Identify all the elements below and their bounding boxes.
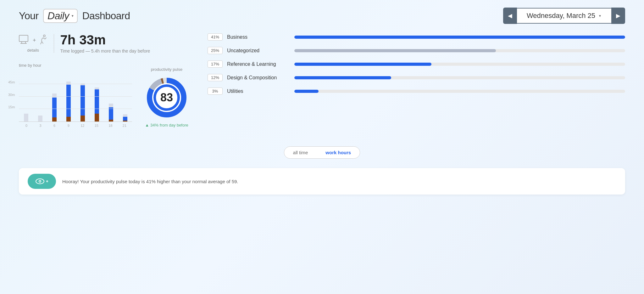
- category-row: 17%Reference & Learning: [208, 60, 625, 68]
- charts-row: time by hour 45m 30m 15m 036912151821: [19, 63, 189, 127]
- bar-blue-segment: [52, 98, 57, 118]
- date-display: Wednesday, March 25 ▼: [517, 8, 611, 24]
- bar-blue-segment: [109, 107, 113, 119]
- category-bar-fill: [294, 36, 625, 39]
- bar-bg-segment: [66, 82, 71, 85]
- main-content: + details 7h 33m Time logged — 5.4h more…: [0, 27, 644, 137]
- dropdown-arrow-icon: ▼: [71, 14, 74, 18]
- total-time: 7h 33m: [60, 33, 150, 47]
- bar-group: [33, 71, 47, 122]
- category-bar-fill: [294, 90, 319, 93]
- bar-gray-segment: [109, 120, 113, 122]
- bar-group: [118, 71, 132, 122]
- category-bar-wrap: [294, 90, 625, 93]
- vertical-divider: [54, 34, 54, 53]
- bar-bg-segment: [24, 114, 28, 122]
- bar-blue-segment: [95, 89, 99, 113]
- bar-gray-segment: [80, 116, 85, 122]
- category-bar-fill: [294, 49, 496, 52]
- category-bar-wrap: [294, 36, 625, 39]
- category-bar-wrap: [294, 63, 625, 66]
- time-subtitle: Time logged — 5.4h more than the day bef…: [60, 48, 150, 54]
- x-axis-label: 0: [21, 124, 31, 127]
- bar-blue-segment: [123, 117, 127, 121]
- left-panel: + details 7h 33m Time logged — 5.4h more…: [19, 33, 189, 127]
- all-time-button[interactable]: all time: [284, 147, 317, 158]
- bar-blue-segment: [80, 85, 85, 115]
- category-name: Reference & Learning: [227, 61, 290, 67]
- category-bar-track: [294, 36, 625, 39]
- badge-dot: [46, 180, 48, 182]
- date-navigation: ◀ Wednesday, March 25 ▼ ▶: [503, 8, 625, 24]
- bar-bg-segment: [109, 104, 113, 108]
- bar-bg-segment: [52, 93, 57, 98]
- category-name: Business: [227, 34, 290, 40]
- x-axis: 036912151821: [19, 124, 132, 127]
- category-name: Utilities: [227, 88, 290, 94]
- bar-bg-segment: [123, 114, 127, 117]
- pulse-change-text: 34% from day before: [150, 123, 188, 127]
- svg-point-13: [39, 181, 41, 182]
- toggle-row: all time work hours: [0, 146, 644, 159]
- details-link[interactable]: details: [27, 48, 39, 53]
- right-panel: 41%Business25%Uncategorized17%Reference …: [208, 33, 625, 127]
- bar-group: [61, 71, 75, 122]
- bar-group: [90, 71, 104, 122]
- next-day-button[interactable]: ▶: [611, 8, 625, 24]
- daily-badge[interactable]: Daily ▼: [43, 9, 78, 23]
- category-bar-wrap: [294, 49, 625, 52]
- pct-badge: 17%: [208, 60, 223, 68]
- daily-label: Daily: [47, 10, 69, 22]
- category-name: Uncategorized: [227, 48, 290, 54]
- bar-group: [47, 71, 61, 122]
- bar-chart-section: time by hour 45m 30m 15m 036912151821: [19, 63, 132, 127]
- x-axis-label: 9: [64, 124, 74, 127]
- work-hours-button[interactable]: work hours: [317, 147, 360, 158]
- monitor-icon: [19, 35, 30, 46]
- x-axis-label: 6: [49, 124, 59, 127]
- pct-badge: 3%: [208, 88, 223, 95]
- page-title: Your Daily ▼ Dashboard: [19, 9, 130, 23]
- x-axis-label: 21: [119, 124, 130, 127]
- category-row: 41%Business: [208, 33, 625, 41]
- time-info: 7h 33m Time logged — 5.4h more than the …: [60, 33, 150, 54]
- eye-badge: [28, 174, 56, 189]
- category-row: 3%Utilities: [208, 88, 625, 95]
- category-bar-track: [294, 63, 625, 66]
- category-row: 12%Design & Composition: [208, 74, 625, 81]
- notification-bar: Hooray! Your productivity pulse today is…: [19, 168, 625, 195]
- bar-chart-label: time by hour: [19, 63, 132, 68]
- bar-group: [19, 71, 33, 122]
- bar-gray-segment: [52, 117, 57, 122]
- x-axis-label: 12: [77, 124, 87, 127]
- bar-gray-segment: [123, 121, 127, 122]
- pct-badge: 41%: [208, 33, 223, 41]
- category-bar-fill: [294, 76, 391, 79]
- bar-gray-segment: [95, 114, 99, 122]
- time-toggle: all time work hours: [284, 146, 360, 159]
- bar-bg-segment: [38, 116, 42, 122]
- time-summary: + details 7h 33m Time logged — 5.4h more…: [19, 33, 189, 54]
- category-bar-wrap: [294, 76, 625, 79]
- notification-text: Hooray! Your productivity pulse today is…: [62, 179, 238, 184]
- run-icon: [39, 35, 47, 47]
- pct-badge: 25%: [208, 47, 223, 54]
- x-axis-label: 15: [92, 124, 102, 127]
- tracking-icons: + details: [19, 35, 47, 53]
- donut-chart: 83: [145, 76, 189, 120]
- eye-icon: [36, 178, 44, 184]
- category-row: 25%Uncategorized: [208, 47, 625, 54]
- prev-day-button[interactable]: ◀: [503, 8, 517, 24]
- pulse-score: 83: [160, 91, 173, 104]
- bar-blue-segment: [66, 85, 71, 117]
- category-bar-track: [294, 90, 625, 93]
- title-suffix: Dashboard: [82, 10, 130, 21]
- category-bar-fill: [294, 63, 431, 66]
- svg-rect-0: [19, 35, 28, 42]
- category-bar-track: [294, 76, 625, 79]
- date-dropdown-icon: ▼: [598, 14, 602, 18]
- bar-chart-wrapper: 45m 30m 15m 036912151821: [19, 71, 132, 127]
- pulse-section: productivity pulse: [145, 67, 189, 127]
- pct-badge: 12%: [208, 74, 223, 81]
- pulse-label: productivity pulse: [151, 67, 182, 72]
